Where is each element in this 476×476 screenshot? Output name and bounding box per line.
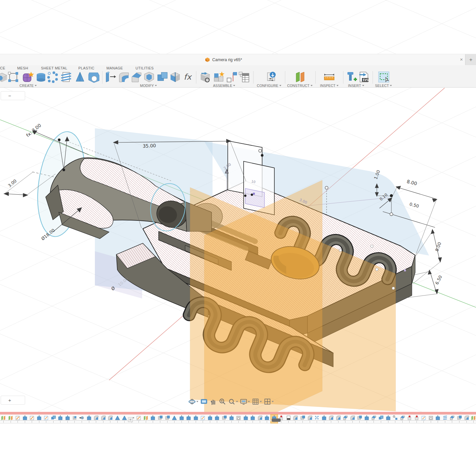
- document-tab[interactable]: Camera rig v65*: [205, 54, 242, 65]
- viewports-icon[interactable]: [264, 398, 274, 405]
- zoom-icon[interactable]: [219, 398, 226, 405]
- timeline-feature-extrude[interactable]: [214, 415, 221, 423]
- timeline-feature-sketch[interactable]: [135, 415, 142, 423]
- combine-icon[interactable]: [156, 71, 169, 83]
- fillet-icon[interactable]: [117, 71, 130, 83]
- dimension-label[interactable]: 35.00: [143, 143, 156, 148]
- timeline-feature-sketch[interactable]: [14, 415, 21, 423]
- construction-plane-icon[interactable]: [294, 71, 306, 83]
- display-settings-icon[interactable]: [240, 398, 250, 405]
- create-sketch-icon[interactable]: [7, 71, 20, 83]
- timeline-feature-chamfer[interactable]: [399, 415, 406, 423]
- timeline-feature-fillet[interactable]: [100, 415, 107, 423]
- timeline-feature-extrude[interactable]: [434, 415, 442, 423]
- grid-layout-icon[interactable]: [252, 398, 262, 405]
- hole-icon[interactable]: [87, 71, 100, 83]
- insert-svg-icon[interactable]: SVG: [357, 71, 370, 83]
- timeline-scrub-strip[interactable]: [0, 412, 476, 415]
- timeline-feature-loft[interactable]: [114, 415, 121, 423]
- insert-fastener-icon[interactable]: [345, 71, 357, 83]
- timeline-feature-box-copy[interactable]: [157, 415, 164, 423]
- ribbon-group-select[interactable]: SELECT: [375, 84, 392, 88]
- dimension-label[interactable]: 8.00: [434, 241, 442, 252]
- look-at-icon[interactable]: [200, 398, 208, 405]
- pattern-icon[interactable]: [46, 71, 59, 83]
- timeline-position-marker[interactable]: [272, 418, 281, 422]
- ribbon-tab-ce[interactable]: CE: [0, 66, 5, 70]
- timeline-feature-fillet[interactable]: [292, 415, 299, 423]
- fx-parameters-icon[interactable]: fx: [182, 71, 195, 83]
- timeline-feature-fillet[interactable]: [257, 415, 264, 423]
- ribbon-group-assemble[interactable]: ASSEMBLE: [213, 84, 235, 88]
- timeline-feature-box-copy[interactable]: [299, 415, 306, 423]
- timeline-feature-svg[interactable]: [285, 415, 292, 423]
- shell-icon[interactable]: [142, 71, 155, 83]
- new-tab-button[interactable]: +: [465, 54, 476, 65]
- dimension-label[interactable]: 6.50: [434, 275, 443, 286]
- timeline-feature-fillet[interactable]: [93, 415, 100, 423]
- timeline-feature-marquee[interactable]: [199, 415, 207, 423]
- timeline-feature-extrude[interactable]: [263, 415, 271, 423]
- joint-icon[interactable]: [213, 71, 225, 83]
- dimension-label[interactable]: fx: 3.00: [25, 123, 42, 138]
- orbit-icon[interactable]: [188, 398, 198, 405]
- ribbon-group-inspect[interactable]: INSPECT: [320, 84, 338, 88]
- timeline-feature-box-copy[interactable]: [221, 415, 228, 423]
- timeline-feature-fillet[interactable]: [335, 415, 342, 423]
- bom-table-icon[interactable]: [238, 71, 250, 83]
- ribbon-tab-utilities[interactable]: UTILITIES: [136, 66, 154, 70]
- browser-collapse-button[interactable]: −: [1, 91, 25, 100]
- timeline-feature-plane[interactable]: [470, 415, 476, 423]
- ribbon-group-create[interactable]: CREATE: [20, 84, 37, 88]
- split-face-icon[interactable]: [169, 71, 181, 83]
- timeline-feature-extrude[interactable]: [192, 415, 200, 423]
- timeline-feature-fillet[interactable]: [107, 415, 114, 423]
- timeline-feature-extrude[interactable]: [64, 415, 71, 423]
- timeline-feature-extrude[interactable]: [36, 415, 43, 423]
- timeline-feature-fillet[interactable]: [328, 415, 335, 423]
- timeline-feature-shell[interactable]: [71, 415, 78, 423]
- timeline-feature-extrude[interactable]: [228, 415, 235, 423]
- create-form-icon[interactable]: [21, 71, 34, 83]
- timeline-feature-extrude[interactable]: [207, 415, 214, 423]
- timeline-feature-plane[interactable]: [7, 415, 15, 423]
- ribbon-group-construct[interactable]: CONSTRUCT: [287, 84, 313, 88]
- new-component-icon[interactable]: [199, 71, 211, 83]
- ribbon-tab-sheet-metal[interactable]: SHEET METAL: [41, 66, 67, 70]
- loft-icon[interactable]: [74, 71, 87, 83]
- fit-icon[interactable]: [228, 398, 238, 405]
- timeline-feature-extrude[interactable]: [21, 415, 29, 423]
- ribbon-tab-mesh[interactable]: MESH: [17, 66, 28, 70]
- timeline-feature-box-copy[interactable]: [356, 415, 363, 423]
- timeline-feature-fillet[interactable]: [463, 415, 470, 423]
- ribbon-group-modify[interactable]: MODIFY: [140, 84, 157, 88]
- timeline-feature-fillet[interactable]: [306, 415, 314, 423]
- ribbon-tab-manage[interactable]: MANAGE: [106, 66, 123, 70]
- dimension-label[interactable]: 3.00: [7, 178, 18, 188]
- pan-icon[interactable]: [210, 398, 217, 405]
- timeline-add-marker-icon[interactable]: +: [128, 417, 133, 422]
- ribbon-group-insert[interactable]: INSERT: [348, 84, 364, 88]
- ribbon-group-configure[interactable]: CONFIGURE: [257, 84, 281, 88]
- timeline-feature-chamfer[interactable]: [449, 415, 456, 423]
- timeline-feature-plane[interactable]: [0, 415, 7, 423]
- select-marquee-icon[interactable]: [377, 71, 390, 83]
- timeline-feature-suppressed[interactable]: ✱: [413, 415, 420, 423]
- dimension-label[interactable]: 0.50: [409, 202, 419, 209]
- joint-origin-icon[interactable]: [225, 71, 238, 83]
- timeline-feature-plane[interactable]: [142, 415, 150, 423]
- timeline-feature-extrude[interactable]: [57, 415, 64, 423]
- timeline-feature-undo[interactable]: [78, 415, 86, 423]
- timeline-feature-combine[interactable]: [377, 415, 385, 423]
- timeline-feature-hole[interactable]: [427, 415, 435, 423]
- timeline-feature-box-copy[interactable]: [164, 415, 171, 423]
- timeline-feature-box-copy[interactable]: [456, 415, 463, 423]
- timeline-feature-chamfer[interactable]: [370, 415, 377, 423]
- timeline-feature-extrude[interactable]: [363, 415, 371, 423]
- press-pull-icon[interactable]: [103, 71, 116, 83]
- timeline-feature-snap[interactable]: [392, 415, 399, 423]
- timeline-feature-extrude[interactable]: [86, 415, 93, 423]
- timeline-feature-pattern-dots[interactable]: [313, 415, 321, 423]
- measure-icon[interactable]: [323, 71, 336, 83]
- timeline-feature-coil[interactable]: [442, 415, 449, 423]
